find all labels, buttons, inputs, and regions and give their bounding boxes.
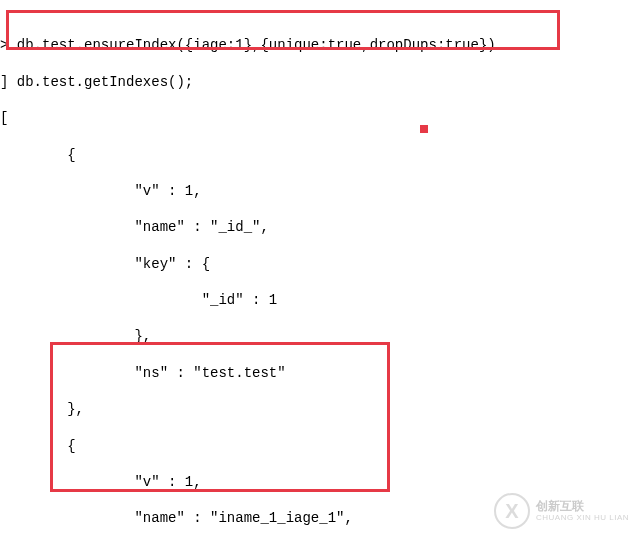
line: }, (0, 400, 496, 418)
watermark-text: 创新互联 CHUANG XIN HU LIAN (536, 499, 629, 523)
line: "ns" : "test.test" (0, 364, 496, 382)
line: "v" : 1, (0, 182, 496, 200)
line: "name" : "_id_", (0, 218, 496, 236)
watermark-cn: 创新互联 (536, 499, 629, 513)
highlighted-command: db.test.ensureIndex({iage:1},{unique:tru… (17, 37, 496, 53)
line: "_id" : 1 (0, 291, 496, 309)
line: "name" : "iname_1_iage_1", (0, 509, 496, 527)
line: { (0, 146, 496, 164)
watermark-logo-icon: X (494, 493, 530, 529)
code-block: > db.test.ensureIndex({iage:1},{unique:t… (0, 0, 496, 539)
line: }, (0, 327, 496, 345)
command-line: > db.test.ensureIndex({iage:1},{unique:t… (0, 36, 496, 54)
line: { (0, 437, 496, 455)
line: ] db.test.getIndexes(); (0, 73, 496, 91)
watermark-en: CHUANG XIN HU LIAN (536, 513, 629, 523)
line: "key" : { (0, 255, 496, 273)
watermark: X 创新互联 CHUANG XIN HU LIAN (494, 493, 629, 529)
red-marker-icon (420, 125, 428, 133)
line: "v" : 1, (0, 473, 496, 491)
